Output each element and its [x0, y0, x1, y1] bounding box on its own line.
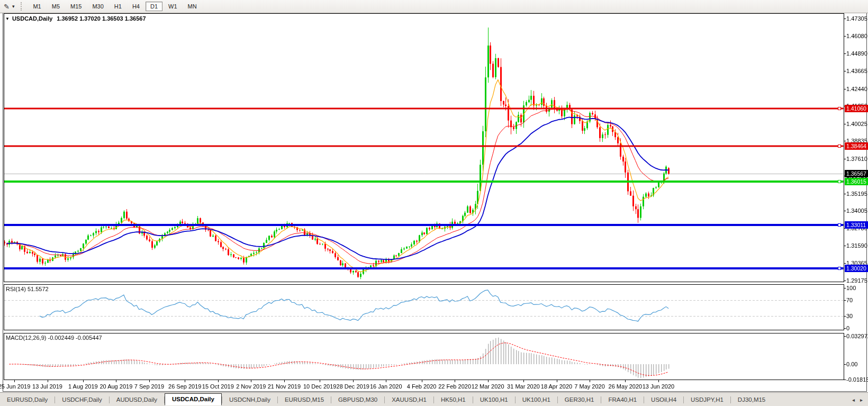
macd-axis-tick: 0.00: [846, 361, 867, 367]
tab-scroll-right-icon[interactable]: ▸: [860, 397, 863, 403]
tab-HK50-H1[interactable]: HK50,H1: [434, 394, 473, 405]
rsi-axis-tick: 100: [846, 285, 867, 291]
timeframe-button-M1[interactable]: M1: [28, 2, 46, 11]
rsi-indicator-label: RSI(14) 51.5572: [6, 286, 49, 292]
macd-indicator-label: MACD(12,26,9) -0.002449 -0.005447: [6, 335, 102, 341]
date-axis-label: 13 Jun 2020: [635, 383, 682, 390]
chart-ohlc-values: 1.36952 1.37020 1.36503 1.36567: [57, 15, 146, 22]
hline-price-label[interactable]: 1.36015: [845, 178, 868, 185]
tab-UK100-H1[interactable]: UK100,H1: [516, 394, 557, 405]
tab-scroll-arrows: ◂ ▸: [852, 397, 863, 403]
timeframe-button-D1[interactable]: D1: [146, 2, 162, 11]
timeframe-button-M5[interactable]: M5: [47, 2, 65, 11]
timeframe-button-M15[interactable]: M15: [66, 2, 86, 11]
macd-axis-tick: 0.032972: [846, 333, 867, 339]
price-axis-tick: 1.44890: [846, 50, 867, 57]
hline-price-label[interactable]: 1.30020: [845, 265, 868, 272]
tab-USDCHF-Daily[interactable]: USDCHF,Daily: [55, 394, 108, 405]
price-axis-tick: 1.40025: [846, 121, 867, 127]
pencil-icon: ✎: [4, 3, 10, 11]
rsi-axis-tick: 30: [846, 313, 867, 319]
mt4-window: ✎ ▾ M1M5M15M30H1H4D1W1MN 1.473051.460801…: [0, 0, 868, 406]
price-axis-tick: 1.46080: [846, 33, 867, 39]
chart-tabs: EURUSD,DailyUSDCHF,DailyAUDUSD,DailyUSDC…: [0, 394, 772, 406]
timeframe-toolbar: ✎ ▾ M1M5M15M30H1H4D1W1MN: [0, 0, 868, 13]
timeframe-buttons: M1M5M15M30H1H4D1W1MN: [28, 2, 202, 11]
tab-EURUSD-Daily[interactable]: EURUSD,Daily: [0, 394, 55, 405]
price-axis-tick: 1.47305: [846, 15, 867, 22]
draw-tool-button[interactable]: ✎ ▾: [2, 2, 16, 11]
chart-symbol-label: USDCAD,Daily: [12, 15, 52, 22]
price-axis-tick: 1.42440: [846, 86, 867, 92]
timeframe-button-H4[interactable]: H4: [128, 2, 144, 11]
tab-scroll-left-icon[interactable]: ◂: [852, 397, 855, 403]
tab-GER30-H1[interactable]: GER30,H1: [558, 394, 601, 405]
collapse-triangle-icon[interactable]: ▼: [5, 16, 10, 21]
timeframe-button-M30[interactable]: M30: [87, 2, 108, 11]
tab-EURUSD-M15[interactable]: EURUSD,M15: [278, 394, 331, 405]
rsi-axis-tick: 70: [846, 297, 867, 303]
timeframe-button-MN[interactable]: MN: [183, 2, 202, 11]
chart-tabs-bar: EURUSD,DailyUSDCHF,DailyAUDUSD,DailyUSDC…: [0, 392, 868, 406]
price-axis-tick: 1.34005: [846, 207, 867, 214]
tab-XAUUSD-H1[interactable]: XAUUSD,H1: [385, 394, 433, 405]
tab-USDCNH-Daily[interactable]: USDCNH,Daily: [222, 394, 277, 405]
price-axis-tick: 1.31590: [846, 242, 867, 249]
price-axis-tick: 1.43665: [846, 68, 867, 74]
macd-axis-tick: -0.018154: [846, 376, 867, 383]
chart-overlays: 1.473051.460801.448901.436651.424401.412…: [0, 13, 868, 392]
bid-price-label[interactable]: 1.36567: [845, 170, 868, 177]
tab-DJ30-M15[interactable]: DJ30,M15: [731, 394, 772, 405]
tab-GBPUSD-M30[interactable]: GBPUSD,M30: [331, 394, 384, 405]
tab-FRA40-H1[interactable]: FRA40,H1: [601, 394, 644, 405]
hline-price-label[interactable]: 1.33011: [845, 221, 868, 229]
chevron-down-icon[interactable]: ▾: [12, 4, 15, 9]
hline-price-label[interactable]: 1.41060: [845, 105, 868, 112]
hline-price-label[interactable]: 1.38464: [845, 142, 868, 150]
chart-area: 1.473051.460801.448901.436651.424401.412…: [0, 13, 868, 392]
tab-AUDUSD-Daily[interactable]: AUDUSD,Daily: [110, 394, 164, 405]
price-axis-tick: 1.29175: [846, 277, 867, 284]
tab-USDCAD-Daily[interactable]: USDCAD,Daily: [165, 393, 222, 405]
tab-USDJPY-H1[interactable]: USDJPY,H1: [684, 394, 730, 405]
tab-USOil-H4[interactable]: USOil,H4: [644, 394, 683, 405]
rsi-axis-tick: 0: [846, 325, 867, 331]
chart-header: ▼ USDCAD,Daily 1.36952 1.37020 1.36503 1…: [5, 15, 146, 22]
price-axis-tick: 1.35195: [846, 191, 867, 197]
tab-UK100-H1[interactable]: UK100,H1: [473, 394, 515, 405]
price-axis-tick: 1.37610: [846, 156, 867, 162]
timeframe-button-W1[interactable]: W1: [164, 2, 182, 11]
timeframe-button-H1[interactable]: H1: [110, 2, 126, 11]
toolbar-grip[interactable]: [21, 2, 24, 11]
